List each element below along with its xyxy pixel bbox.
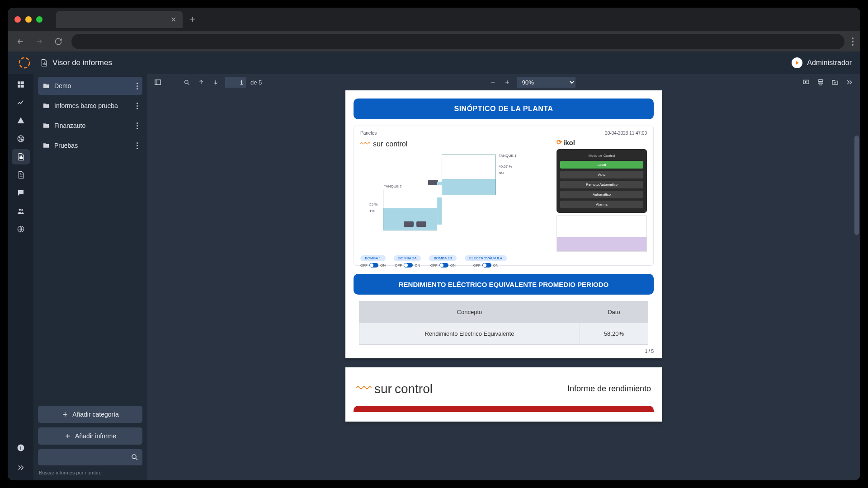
svg-rect-20 (155, 80, 160, 85)
download-icon[interactable] (830, 77, 840, 87)
zoom-out-icon[interactable] (488, 77, 498, 87)
window-minimize[interactable] (25, 16, 32, 23)
folder-list: Demo Informes barco prueba Finanzauto Pr… (33, 74, 147, 401)
close-tab-icon[interactable]: ✕ (170, 15, 176, 24)
avatar (792, 57, 802, 68)
brand-surcontrol: 〰surcontrol (356, 380, 433, 398)
folder-item[interactable]: Demo (38, 77, 142, 95)
brand-ikol: ⟳ikol (557, 138, 647, 146)
nav-users-icon[interactable] (12, 203, 30, 219)
window-maximize[interactable] (36, 16, 42, 23)
performance-table: ConceptoDato Rendimiento Eléctrico Equiv… (359, 301, 648, 345)
folder-item[interactable]: Finanzauto (38, 117, 142, 135)
pdf-page: SINÓPTICO DE LA PLANTA Paneles 20-04-202… (345, 90, 662, 358)
svg-rect-1 (43, 63, 44, 65)
folder-more-icon[interactable] (137, 142, 138, 149)
table-cell: 58,20% (580, 323, 648, 345)
search-icon[interactable] (131, 453, 139, 461)
page-of-label: de 5 (250, 79, 262, 86)
nav-reports-icon[interactable] (12, 149, 30, 164)
nav-chat-icon[interactable] (12, 185, 30, 201)
table-header: Concepto (359, 301, 580, 323)
window-close[interactable] (14, 16, 21, 23)
svg-rect-11 (20, 157, 21, 159)
control-button: Alarma (560, 201, 643, 208)
address-bar[interactable] (71, 34, 844, 49)
nav-dashboard-icon[interactable] (12, 77, 30, 92)
nav-percent-icon[interactable] (12, 131, 30, 146)
folder-more-icon[interactable] (137, 103, 138, 109)
tank2-label: TANQUE 2 (384, 184, 401, 188)
svg-point-21 (184, 80, 188, 84)
toolbar-more-icon[interactable] (844, 77, 854, 87)
add-report-button[interactable]: Añadir informe (38, 427, 142, 445)
pump-icon (428, 180, 438, 185)
control-button: Auto (560, 171, 643, 178)
pump-icon (404, 221, 414, 227)
nav-chart-icon[interactable] (12, 95, 30, 110)
find-icon[interactable] (182, 77, 192, 87)
folder-icon (42, 102, 50, 109)
svg-point-19 (132, 455, 136, 459)
svg-point-0 (19, 58, 30, 68)
nav-globe-icon[interactable] (12, 221, 30, 237)
section-banner: RENDIMIENTO ELÉCTRICO EQUIVALENTE PROMED… (354, 274, 654, 295)
nav-back-icon[interactable] (14, 36, 26, 47)
pdf-toolbar: de 5 90% (147, 74, 860, 90)
nav-forward-icon[interactable] (33, 36, 45, 47)
control-mode-panel: Modo de Control Local Auto Remoto Automa… (557, 149, 647, 213)
control-button: Remoto Automatico (560, 181, 643, 188)
report-title: Informe de rendimiento (567, 384, 651, 394)
user-name: Administrador (807, 59, 852, 67)
add-category-button[interactable]: Añadir categoría (38, 406, 142, 423)
tank2-percent: 55 % (369, 202, 377, 206)
device-status: BOMBA 2AOFFON (394, 255, 421, 267)
sidebar-toggle-icon[interactable] (153, 77, 163, 87)
nav-collapse-icon[interactable] (12, 460, 30, 475)
svg-rect-13 (22, 158, 23, 159)
present-icon[interactable] (801, 77, 811, 87)
nav-info-icon[interactable]: i (12, 440, 30, 455)
browser-tab[interactable]: ✕ (56, 11, 183, 28)
nav-document-icon[interactable] (12, 167, 30, 183)
svg-rect-4 (18, 81, 20, 84)
folder-more-icon[interactable] (137, 122, 138, 129)
nav-rail: i (8, 74, 33, 480)
app-header: Visor de informes Administrador (8, 52, 860, 74)
pdf-page-area[interactable]: SINÓPTICO DE LA PLANTA Paneles 20-04-202… (147, 90, 860, 480)
new-tab-button[interactable]: + (190, 14, 195, 25)
device-status: BOMBA 2BOFFON (429, 255, 456, 267)
folder-icon (42, 122, 50, 129)
folder-item[interactable]: Pruebas (38, 136, 142, 155)
page-up-icon[interactable] (196, 77, 206, 87)
user-menu[interactable]: Administrador (792, 57, 852, 68)
folder-label: Finanzauto (54, 122, 85, 129)
folder-more-icon[interactable] (137, 83, 138, 89)
search-input[interactable] (42, 454, 131, 461)
table-cell: Rendimiento Eléctrico Equivalente (359, 323, 580, 345)
page-title: Visor de informes (40, 58, 112, 67)
nav-alert-icon[interactable] (12, 113, 30, 128)
folder-item[interactable]: Informes barco prueba (38, 97, 142, 115)
svg-rect-6 (18, 85, 20, 88)
trend-chart (557, 216, 647, 252)
report-icon (40, 59, 48, 67)
svg-point-15 (21, 209, 23, 211)
svg-rect-5 (21, 81, 24, 84)
svg-text:i: i (20, 445, 22, 450)
zoom-select[interactable]: 90% (517, 77, 576, 88)
svg-rect-2 (44, 62, 45, 65)
page-input[interactable] (225, 77, 246, 88)
svg-rect-3 (45, 64, 46, 65)
browser-menu-icon[interactable] (852, 38, 854, 46)
brand-surcontrol: 〰surcontrol (360, 138, 550, 150)
page-down-icon[interactable] (211, 77, 221, 87)
search-box[interactable] (38, 449, 142, 465)
zoom-in-icon[interactable] (502, 77, 512, 87)
pump-icon (416, 221, 426, 227)
folder-icon (42, 142, 50, 149)
print-icon[interactable] (816, 77, 826, 87)
folder-label: Informes barco prueba (54, 102, 118, 109)
nav-reload-icon[interactable] (52, 36, 64, 47)
scrollbar-thumb[interactable] (854, 136, 859, 235)
